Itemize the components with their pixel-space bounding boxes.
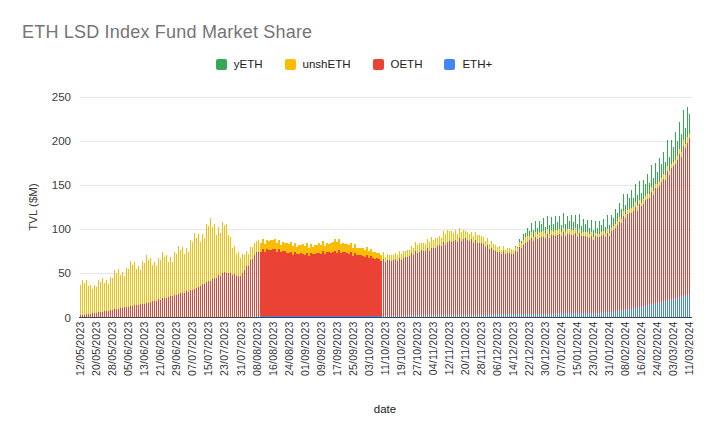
chart-card: ETH LSD Index Fund Market Share yETHunsh… <box>0 0 708 438</box>
x-tick-label: 21/06/2023 <box>154 322 166 377</box>
y-tick-labels: 050100150200250 <box>52 91 71 324</box>
x-tick-label: 30/12/2023 <box>539 322 551 377</box>
x-tick-label: 09/09/2023 <box>315 322 327 377</box>
x-tick-label: 20/05/2023 <box>90 322 102 377</box>
x-tick-label: 17/09/2023 <box>331 322 343 377</box>
x-tick-label: 07/07/2023 <box>186 322 198 377</box>
x-tick-label: 24/08/2023 <box>283 322 295 377</box>
x-tick-label: 12/11/2023 <box>443 322 455 376</box>
x-tick-label: 04/11/2023 <box>427 322 439 376</box>
x-tick-label: 23/07/2023 <box>218 322 230 377</box>
y-tick-label: 50 <box>58 267 71 279</box>
x-tick-label: 07/01/2024 <box>555 322 567 377</box>
x-tick-label: 22/12/2023 <box>523 322 535 377</box>
series-oeth-bars <box>80 138 690 317</box>
y-tick-label: 200 <box>52 135 71 147</box>
x-tick-label: 14/12/2023 <box>507 322 519 377</box>
x-tick-label: 11/03/2024 <box>683 322 695 376</box>
bars-layer <box>80 107 690 318</box>
y-tick-label: 150 <box>52 179 71 191</box>
plot-area: 05010015020025012/05/202320/05/202328/05… <box>0 0 708 438</box>
x-tick-label: 11/10/2023 <box>379 322 391 376</box>
x-tick-label: 16/02/2024 <box>635 322 647 377</box>
y-axis-title: TVL ($M) <box>27 183 39 231</box>
x-tick-label: 25/09/2023 <box>347 322 359 377</box>
x-tick-label: 08/08/2023 <box>251 322 263 377</box>
x-tick-labels: 12/05/202320/05/202328/05/202305/06/2023… <box>74 322 695 377</box>
x-tick-label: 16/08/2023 <box>267 322 279 377</box>
x-tick-label: 28/05/2023 <box>106 322 118 377</box>
x-axis-title: date <box>374 403 396 415</box>
x-tick-label: 29/06/2023 <box>170 322 182 377</box>
x-tick-label: 05/06/2023 <box>122 322 134 377</box>
gridlines <box>80 97 692 273</box>
x-tick-label: 03/10/2023 <box>363 322 375 377</box>
x-tick-label: 31/07/2023 <box>235 322 247 377</box>
x-tick-label: 06/12/2023 <box>491 322 503 377</box>
x-tick-label: 24/02/2024 <box>651 322 663 377</box>
y-tick-label: 250 <box>52 91 71 103</box>
x-tick-label: 15/01/2024 <box>571 322 583 377</box>
x-tick-label: 27/10/2023 <box>411 322 423 377</box>
y-tick-label: 100 <box>52 223 71 235</box>
x-tick-label: 12/05/2023 <box>74 322 86 377</box>
x-tick-label: 08/02/2024 <box>619 322 631 377</box>
x-tick-label: 20/11/2023 <box>459 322 471 376</box>
x-tick-label: 01/09/2023 <box>299 322 311 377</box>
x-tick-label: 13/06/2023 <box>138 322 150 377</box>
x-tick-label: 28/11/2023 <box>475 322 487 376</box>
x-tick-label: 03/03/2024 <box>667 322 679 377</box>
x-tick-label: 31/01/2024 <box>603 322 615 377</box>
x-tick-label: 19/10/2023 <box>395 322 407 377</box>
y-tick-label: 0 <box>65 312 71 324</box>
x-tick-label: 23/01/2024 <box>587 322 599 377</box>
x-tick-label: 15/07/2023 <box>202 322 214 377</box>
